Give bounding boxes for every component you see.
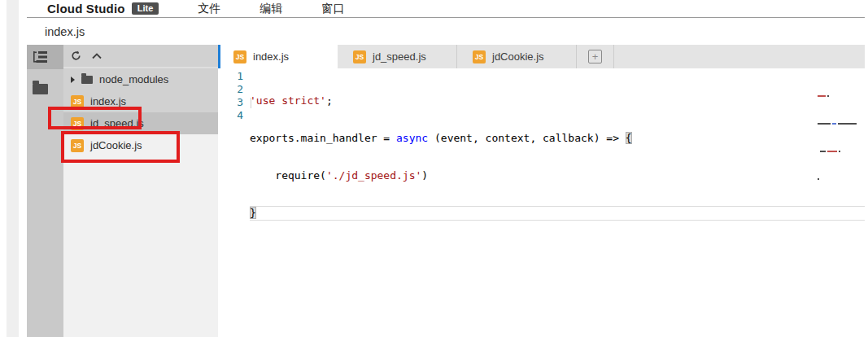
line-number-gutter: 1 2 3 4 xyxy=(218,68,250,337)
code-text: require( xyxy=(250,169,326,182)
chevron-right-icon[interactable] xyxy=(71,77,75,83)
code-line-4-current: } xyxy=(250,207,865,220)
menu-bar: Cloud Studio Lite 文件 编辑 窗口 xyxy=(27,0,865,18)
page-scrollbar-strip[interactable] xyxy=(7,0,19,337)
code-line-3: require('./jd_speed.js') xyxy=(250,169,865,182)
js-file-icon: JS xyxy=(233,50,246,63)
tab-jd-speed-js[interactable]: JS jd_speed.js xyxy=(338,45,457,68)
tab-jdcookie-js[interactable]: JS jdCookie.js xyxy=(457,45,577,68)
code-text: exports.main_handler = xyxy=(250,132,396,144)
line-number: 4 xyxy=(218,109,250,122)
tab-label: index.js xyxy=(253,50,289,63)
breadcrumb: index.js xyxy=(27,18,865,45)
new-tab-button[interactable]: + xyxy=(577,45,614,68)
tab-bar: JS index.js JS jd_speed.js JS jdCookie.j… xyxy=(218,45,865,68)
code-text: ) xyxy=(421,169,428,182)
bracket-match-highlight: } xyxy=(250,207,256,219)
indent-guide xyxy=(251,98,251,108)
code-area[interactable]: 'use strict'; exports.main_handler = asy… xyxy=(250,68,865,337)
folder-icon xyxy=(33,84,48,94)
keyword: async xyxy=(396,132,428,144)
minimap[interactable] xyxy=(818,71,860,206)
tab-label: jdCookie.js xyxy=(492,50,544,63)
tab-label: jd_speed.js xyxy=(373,50,426,63)
folder-icon xyxy=(81,76,93,84)
annotation-box-jd-speed xyxy=(48,107,142,129)
activity-bar xyxy=(27,45,63,337)
app-container: Cloud Studio Lite 文件 编辑 窗口 index.js xyxy=(27,0,865,337)
code-line-1: 'use strict'; xyxy=(250,94,865,107)
refresh-icon[interactable] xyxy=(71,50,81,61)
cloud-studio-window: Cloud Studio Lite 文件 编辑 窗口 index.js xyxy=(0,0,868,337)
file-explorer-panel: node_modules JS index.js JS jd_speed.js … xyxy=(63,45,218,337)
line-number: 2 xyxy=(218,83,250,96)
code-line-2: exports.main_handler = async (event, con… xyxy=(250,132,865,145)
code-text: ; xyxy=(326,94,333,107)
code-editor[interactable]: 1 2 3 4 'use strict'; exports.main_handl… xyxy=(218,68,865,337)
tree-view-icon xyxy=(33,50,48,63)
line-number: 1 xyxy=(218,70,250,83)
code-text: (event, context, callback) => xyxy=(428,132,626,144)
tree-item-node-modules[interactable]: node_modules xyxy=(63,68,218,90)
tree-item-label: node_modules xyxy=(99,73,168,85)
string-literal: './jd_speed.js' xyxy=(326,169,421,182)
lite-badge: Lite xyxy=(132,2,159,15)
collapse-all-icon[interactable] xyxy=(92,53,102,59)
main-area: node_modules JS index.js JS jd_speed.js … xyxy=(27,45,865,337)
menu-window[interactable]: 窗口 xyxy=(321,2,344,16)
menu-file[interactable]: 文件 xyxy=(198,2,220,16)
page-title: index.js xyxy=(45,25,85,38)
plus-icon: + xyxy=(588,50,602,63)
js-file-icon: JS xyxy=(353,50,366,63)
activity-explorer-button[interactable] xyxy=(27,45,63,69)
explorer-toolbar xyxy=(63,45,218,68)
js-file-icon: JS xyxy=(473,50,486,63)
menu-edit[interactable]: 编辑 xyxy=(260,2,282,16)
bracket-match-highlight: { xyxy=(626,132,632,144)
line-number: 3 xyxy=(218,96,250,109)
string-literal: 'use strict' xyxy=(250,94,326,107)
tree-item-label: index.js xyxy=(90,95,126,107)
editor-group: JS index.js JS jd_speed.js JS jdCookie.j… xyxy=(218,45,865,337)
activity-files-button[interactable] xyxy=(27,77,63,101)
tab-index-js[interactable]: JS index.js xyxy=(218,45,338,68)
annotation-box-jdcookie xyxy=(61,131,180,163)
app-logo: Cloud Studio xyxy=(47,2,125,15)
